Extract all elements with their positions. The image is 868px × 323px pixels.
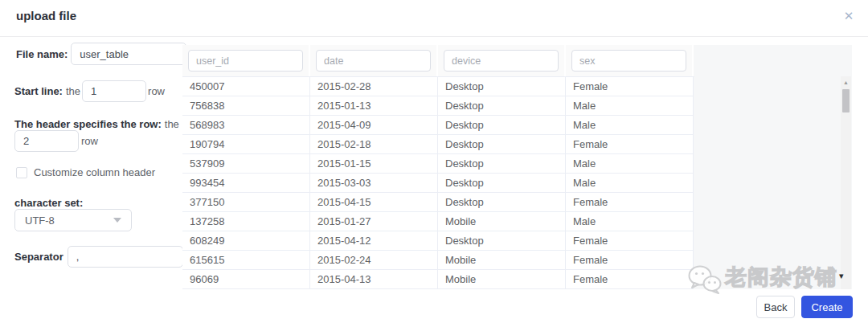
table-row: 615615 2015-02-24 Mobile Female: [182, 251, 694, 270]
cell-sex: Female: [566, 270, 694, 289]
watermark: 老阁杂货铺 ▾: [688, 264, 844, 294]
cell-sex: Male: [566, 116, 694, 135]
cell-sex: Male: [566, 96, 694, 116]
cell-sex: Male: [566, 174, 694, 193]
cell-device: Mobile: [438, 270, 566, 289]
start-line-row: Start line: the row: [14, 80, 165, 102]
cell-sex: Female: [566, 251, 694, 270]
table-header-cell: [182, 45, 310, 76]
cell-device: Desktop: [438, 154, 566, 174]
vertical-scrollbar[interactable]: ▲: [841, 76, 851, 289]
separator-row: Separator: [14, 246, 183, 268]
start-line-label: Start line:: [14, 85, 63, 97]
cell-date: 2015-02-18: [310, 135, 438, 154]
start-line-suffix: row: [148, 85, 165, 97]
cell-device: Desktop: [438, 135, 566, 154]
preview-table: 450007 2015-02-28 Desktop Female 756838 …: [182, 45, 852, 289]
watermark-text: 老阁杂货铺: [725, 264, 837, 291]
file-name-row: File name:: [16, 43, 186, 65]
header-row-suffix: row: [81, 135, 98, 147]
column-header-input-date[interactable]: [316, 50, 431, 72]
customize-header-checkbox[interactable]: [16, 167, 27, 178]
cell-user-id: 608249: [182, 231, 310, 251]
cell-date: 2015-02-24: [310, 251, 438, 270]
table-row: 137258 2015-01-27 Mobile Male: [182, 212, 694, 231]
cell-device: Desktop: [438, 116, 566, 135]
header-row-label-line: The header specifies the row: the: [14, 118, 179, 130]
header-divider: [0, 36, 868, 37]
customize-header-row: Customize column header: [16, 166, 155, 178]
cell-user-id: 615615: [182, 251, 310, 270]
cell-device: Mobile: [438, 212, 566, 231]
cell-device: Desktop: [438, 96, 566, 116]
file-name-input[interactable]: [71, 43, 186, 65]
cell-sex: Female: [566, 193, 694, 212]
table-row: 756838 2015-01-13 Desktop Male: [182, 96, 694, 116]
cell-device: Desktop: [438, 193, 566, 212]
cell-date: 2015-04-09: [310, 116, 438, 135]
chat-bubbles-icon: [688, 265, 722, 294]
column-header-input-user-id[interactable]: [188, 50, 303, 72]
column-header-input-sex[interactable]: [571, 50, 686, 72]
cell-device: Desktop: [438, 231, 566, 251]
create-button[interactable]: Create: [801, 296, 853, 318]
dialog-title: upload file: [16, 9, 76, 22]
charset-label-line: character set:: [14, 197, 83, 209]
table-row: 377150 2015-04-15 Desktop Female: [182, 193, 694, 212]
table-row: 993454 2015-03-03 Desktop Male: [182, 174, 694, 193]
table-header-cell: [566, 45, 694, 76]
column-header-input-device[interactable]: [444, 50, 559, 72]
separator-label: Separator: [14, 251, 63, 263]
file-name-label: File name:: [16, 48, 68, 60]
cell-sex: Male: [566, 154, 694, 174]
table-row: 190794 2015-02-18 Desktop Female: [182, 135, 694, 154]
table-empty-filler: [694, 45, 852, 289]
cell-user-id: 377150: [182, 193, 310, 212]
table-row: 96069 2015-04-13 Mobile Female: [182, 270, 694, 289]
start-line-input[interactable]: [82, 80, 146, 102]
cell-user-id: 190794: [182, 135, 310, 154]
cell-user-id: 756838: [182, 96, 310, 116]
charset-select[interactable]: UTF-8: [14, 209, 132, 231]
header-row-input[interactable]: [14, 130, 79, 152]
cell-device: Mobile: [438, 251, 566, 270]
cell-date: 2015-04-12: [310, 231, 438, 251]
scrollbar-thumb[interactable]: [842, 89, 850, 112]
caret-down-icon: ▾: [839, 271, 844, 281]
table-header-row: [182, 45, 694, 76]
header-row-input-line: row: [14, 130, 98, 152]
table-header-cell: [310, 45, 438, 76]
charset-label: character set:: [14, 197, 83, 209]
header-row-label-the: the: [165, 118, 179, 130]
header-row-label: The header specifies the row:: [14, 118, 162, 130]
cell-user-id: 450007: [182, 77, 310, 96]
table-row: 537909 2015-01-15 Desktop Male: [182, 154, 694, 174]
cell-sex: Female: [566, 231, 694, 251]
scroll-up-icon[interactable]: ▲: [841, 80, 851, 85]
cell-date: 2015-01-15: [310, 154, 438, 174]
back-button[interactable]: Back: [756, 296, 795, 318]
start-line-label-the: the: [66, 85, 80, 97]
close-icon[interactable]: ✕: [841, 8, 857, 24]
chevron-down-icon: [113, 218, 121, 223]
cell-user-id: 537909: [182, 154, 310, 174]
cell-user-id: 993454: [182, 174, 310, 193]
table-body: 450007 2015-02-28 Desktop Female 756838 …: [182, 76, 694, 289]
cell-date: 2015-03-03: [310, 174, 438, 193]
cell-device: Desktop: [438, 77, 566, 96]
cell-user-id: 96069: [182, 270, 310, 289]
separator-input[interactable]: [68, 246, 183, 268]
cell-sex: Male: [566, 212, 694, 231]
cell-date: 2015-04-15: [310, 193, 438, 212]
cell-sex: Female: [566, 77, 694, 96]
customize-header-label: Customize column header: [34, 166, 155, 178]
cell-date: 2015-04-13: [310, 270, 438, 289]
cell-sex: Female: [566, 135, 694, 154]
table-row: 450007 2015-02-28 Desktop Female: [182, 77, 694, 96]
cell-date: 2015-01-13: [310, 96, 438, 116]
table-header-cell: [438, 45, 566, 76]
table-row: 568983 2015-04-09 Desktop Male: [182, 116, 694, 135]
table-row: 608249 2015-04-12 Desktop Female: [182, 231, 694, 251]
cell-device: Desktop: [438, 174, 566, 193]
cell-user-id: 137258: [182, 212, 310, 231]
